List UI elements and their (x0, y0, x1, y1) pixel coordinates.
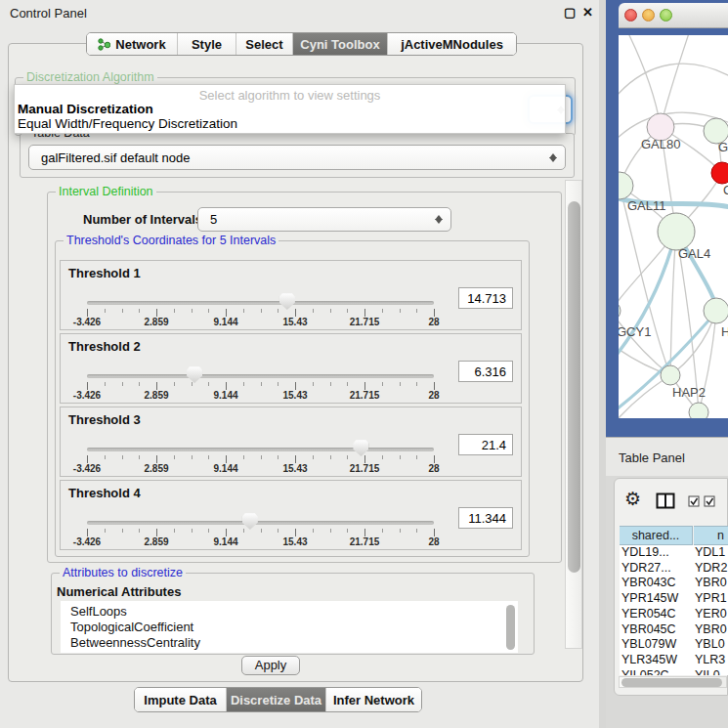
threshold-slider-track[interactable] (87, 374, 434, 378)
num-intervals-label: Number of Intervals (83, 212, 202, 227)
network-canvas[interactable]: GAL80GACGAL11GAL4GCY1HHAP2 (619, 35, 728, 418)
network-canvas-svg: GAL80GACGAL11GAL4GCY1HHAP2 (619, 35, 728, 418)
tab-network[interactable]: Network (87, 33, 177, 55)
table-cell-shared-name[interactable]: YPR145W (621, 591, 678, 607)
threshold-slider-track[interactable] (87, 448, 434, 451)
table-cell-name[interactable]: YLR3 (695, 653, 725, 668)
algorithm-option-equal-width[interactable]: Equal Width/Frequency Discretization (18, 116, 237, 131)
float-window-icon[interactable]: ▢ (564, 5, 576, 20)
threshold-slider-handle[interactable] (353, 440, 368, 456)
table-cell-shared-name[interactable]: YBR043C (621, 576, 676, 591)
threshold-label: Threshold 3 (68, 412, 141, 427)
attribute-item-selfloops[interactable]: SelfLoops (70, 604, 127, 619)
node-hap2[interactable] (661, 365, 680, 385)
network-icon (98, 38, 110, 51)
node-selected-red[interactable] (711, 162, 728, 184)
apply-button[interactable]: Apply (241, 656, 300, 675)
slider-tick (192, 382, 193, 386)
table-cell-name[interactable]: YPR1 (695, 591, 727, 607)
algorithm-placeholder-option[interactable]: Select algorithm to view settings (15, 88, 565, 103)
table-cell-shared-name[interactable]: YBL079W (621, 637, 676, 653)
close-window-icon[interactable]: ✕ (582, 5, 593, 20)
tab-label: Network (115, 37, 165, 52)
table-cell-name[interactable]: YBR0 (695, 576, 727, 591)
threshold-slider-handle[interactable] (242, 513, 258, 530)
table-data-combobox[interactable]: galFiltered.sif default node (28, 145, 566, 170)
zoom-traffic-light-icon[interactable] (660, 9, 672, 21)
table-cell-name[interactable]: YBL0 (695, 637, 725, 653)
table-hscrollbar-thumb[interactable] (621, 678, 722, 687)
gear-icon[interactable]: ⚙ (624, 490, 641, 508)
threshold-value-field[interactable]: 21.4 (458, 434, 513, 455)
slider-tick (243, 382, 244, 386)
tab-select[interactable]: Select (236, 33, 292, 55)
table-cell-name[interactable]: YDR2 (695, 561, 727, 577)
slider-tick (347, 382, 348, 386)
attribute-item-betweennesscentrality[interactable]: BetweennessCentrality (70, 635, 200, 650)
threshold-value-field[interactable]: 6.316 (458, 361, 513, 382)
select-all-checkbox-icon[interactable] (688, 495, 701, 507)
tab-style[interactable]: Style (177, 33, 236, 55)
tab-label: Cyni Toolbox (300, 37, 379, 52)
threshold-slider-track[interactable] (87, 301, 434, 305)
table-cell-shared-name[interactable]: YIL052C (621, 668, 669, 675)
node-label: GAL80 (641, 137, 680, 151)
slider-tick (226, 382, 227, 390)
node-gal4[interactable] (658, 213, 695, 250)
node-h[interactable] (704, 298, 728, 323)
column-layout-icon[interactable] (656, 492, 675, 509)
attributes-scrollbar-thumb[interactable] (506, 605, 515, 650)
column-header-name[interactable]: n (694, 526, 728, 545)
node-gcy1[interactable] (619, 301, 621, 321)
slider-tick (208, 529, 209, 533)
threshold-slider-handle[interactable] (187, 366, 202, 383)
tab-infer-network[interactable]: Infer Network (325, 688, 421, 711)
num-intervals-combobox[interactable]: 5 (197, 207, 451, 232)
slider-tick-label: 15.43 (274, 463, 317, 474)
tab-impute-data[interactable]: Impute Data (135, 688, 226, 711)
table-cell-name[interactable]: YIL0 (695, 668, 720, 675)
threshold-value-field[interactable]: 11.344 (458, 507, 513, 529)
threshold-value-field[interactable]: 14.713 (458, 287, 513, 309)
table-cell-shared-name[interactable]: YLR345W (621, 653, 677, 668)
threshold-slider-handle[interactable] (279, 293, 295, 310)
select-none-checkbox-icon[interactable] (704, 495, 716, 507)
table-cell-shared-name[interactable]: YER054C (621, 607, 676, 622)
table-cell-shared-name[interactable]: YDL19... (621, 545, 669, 561)
slider-tick (278, 309, 278, 313)
tab-cyni-toolbox[interactable]: Cyni Toolbox (292, 33, 387, 55)
table-cell-shared-name[interactable]: YBR045C (621, 622, 676, 638)
slider-tick (87, 382, 88, 390)
slider-tick (382, 309, 383, 313)
panel-scrollbar-thumb[interactable] (568, 201, 580, 573)
threshold-label: Threshold 2 (68, 339, 141, 354)
network-edge[interactable] (620, 186, 670, 375)
close-traffic-light-icon[interactable] (624, 9, 637, 21)
table-cell-name[interactable]: YBR0 (695, 622, 727, 638)
slider-tick (364, 382, 365, 390)
threshold-slider-track[interactable] (87, 521, 434, 525)
column-header-shared-name[interactable]: shared... (620, 526, 693, 545)
attributes-list[interactable]: SelfLoopsTopologicalCoefficientBetweenne… (61, 601, 518, 653)
algorithm-option-manual[interactable]: Manual Discretization (18, 102, 153, 116)
panel-splitter[interactable] (599, 0, 606, 728)
slider-tick-label: 28 (412, 317, 455, 327)
table-hscrollbar[interactable] (619, 676, 727, 688)
panel-scrollbar[interactable] (565, 180, 582, 649)
network-edge-highlighted[interactable] (619, 232, 676, 360)
table-cell-name[interactable]: YER0 (695, 607, 727, 622)
attribute-item-topologicalcoefficient[interactable]: TopologicalCoefficient (70, 620, 193, 634)
slider-tick-label: -3.426 (65, 463, 108, 474)
slider-tick (105, 309, 106, 313)
minimize-traffic-light-icon[interactable] (642, 9, 655, 21)
table-cell-name[interactable]: YDL1 (695, 545, 725, 561)
tab-jactivemnodules[interactable]: jActiveMNodules (387, 33, 516, 55)
slider-tick (313, 529, 314, 533)
slider-tick (347, 529, 348, 533)
tab-discretize-data[interactable]: Discretize Data (226, 688, 325, 711)
node-bottom[interactable] (689, 403, 708, 418)
table-cell-shared-name[interactable]: YDR27... (621, 561, 671, 577)
node-gal11[interactable] (619, 172, 633, 199)
slider-tick (416, 455, 417, 459)
network-window-titlebar[interactable] (619, 3, 728, 28)
